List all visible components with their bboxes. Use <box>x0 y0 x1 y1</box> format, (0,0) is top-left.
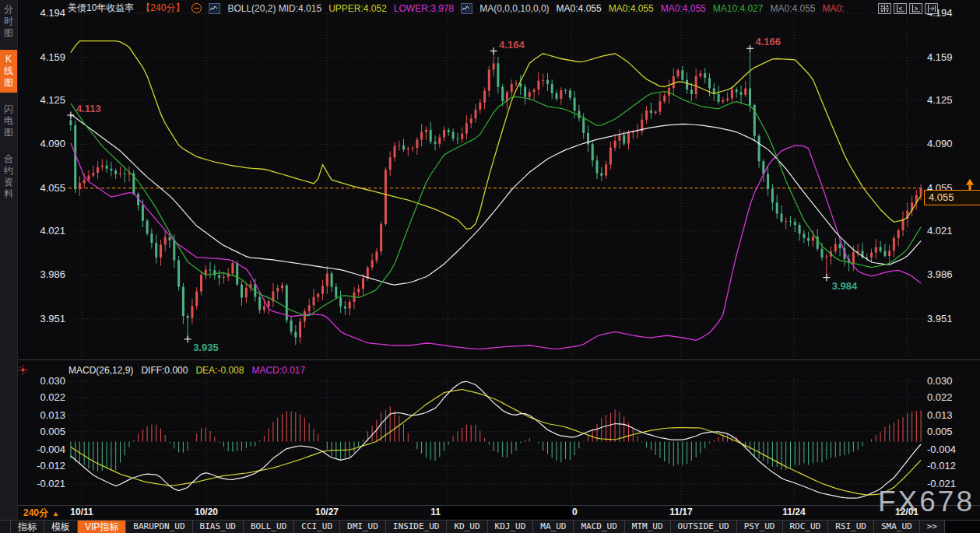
toolbar-item-rsiud[interactable]: RSI_UD <box>828 521 874 533</box>
boll-lower-value: LOWER:3.978 <box>394 3 454 14</box>
toolbar-item-barupdnud[interactable]: BARUPDN_UD <box>126 521 192 533</box>
macd-axis-label-right: -0.021 <box>927 478 974 489</box>
ma0-red-value: MA0: <box>823 3 845 14</box>
price-axis-label-left: 4.055 <box>22 182 65 194</box>
price-marker-label: 4.164 <box>499 39 525 51</box>
macd-axis-label-left: -0.004 <box>22 444 65 455</box>
date-label: 0 <box>572 507 578 517</box>
price-axis-label-left: 4.021 <box>22 225 65 237</box>
macd-macd-value: MACD:0.017 <box>251 365 305 376</box>
redaction-overlay <box>441 506 571 519</box>
date-label: 11 <box>430 507 441 517</box>
macd-axis-label-left: 0.022 <box>22 391 65 403</box>
price-axis-label-right: 4.090 <box>927 138 974 149</box>
macd-axis-label-left: -0.012 <box>22 460 65 472</box>
date-label: 10/20 <box>195 507 218 517</box>
ma0-magenta-value: MA0:4.055 <box>661 3 706 14</box>
toolbar-item->>[interactable]: >> <box>920 521 945 533</box>
price-marker-label: 3.935 <box>193 342 219 353</box>
ma10-value: MA10:4.027 <box>713 3 764 14</box>
date-label: 12/01 <box>895 507 919 517</box>
toolbar-item-rocud[interactable]: ROC_UD <box>783 521 829 533</box>
toolbar-item-cciud[interactable]: CCI_UD <box>294 521 340 533</box>
sidebar-item-contract-info[interactable]: 合约资料 <box>0 149 17 204</box>
toolbar-item-dmiud[interactable]: DMI_UD <box>340 521 386 533</box>
price-axis-label-right: 3.986 <box>927 268 974 280</box>
price-axis-label-right: 4.021 <box>927 225 974 237</box>
toolbar-spacer <box>0 521 11 533</box>
trading-terminal: 分时图K线图闪电图合约资料 美债10年收益率【240分】BOLL(20,2) M… <box>0 0 980 533</box>
toolbar-item-[interactable]: 模板 <box>44 521 78 533</box>
pan-right-icon[interactable] <box>925 3 938 14</box>
indicator-mini-chart-icon[interactable] <box>209 3 220 14</box>
toolbar-item-maud[interactable]: MA_UD <box>533 521 574 533</box>
macd-axis-label-left: 0.005 <box>22 426 65 437</box>
left-sidebar: 分时图K线图闪电图合约资料 <box>0 0 18 533</box>
price-marker-label: 4.166 <box>756 36 782 47</box>
macd-axis-label-right: -0.012 <box>927 460 974 472</box>
date-label: 11/17 <box>669 507 692 517</box>
date-label: 10/11 <box>70 507 93 517</box>
price-axis-label-left: 3.951 <box>22 313 65 324</box>
toolbar-item-kdud[interactable]: KD_UD <box>447 521 487 533</box>
timeframe-value: 240分 <box>23 507 48 518</box>
toolbar-item-bollud[interactable]: BOLL_UD <box>244 521 294 533</box>
date-label: 11/24 <box>782 507 805 517</box>
toolbar-item-biasud[interactable]: BIAS_UD <box>193 521 244 533</box>
macd-indicator-name: MACD(26,12,9) <box>68 365 133 376</box>
date-label: 10/27 <box>315 507 339 517</box>
macd-header: MACD(26,12,9) DIFF:0.000 DEA:-0.008 MACD… <box>68 365 305 376</box>
macd-dea-value: DEA:-0.008 <box>195 365 244 376</box>
toolbar-item-macdud[interactable]: MACD_UD <box>574 521 624 533</box>
ma0-yellow-value: MA0:4.055 <box>609 3 654 14</box>
boll-upper-value: UPPER:4.052 <box>328 3 387 14</box>
move-crosshair-icon[interactable] <box>878 3 891 14</box>
macd-axis-label-right: 0.013 <box>927 409 974 421</box>
macd-axis-label-left: -0.021 <box>22 478 65 489</box>
macd-diff-value: DIFF:0.000 <box>141 365 188 376</box>
macd-axis-label-right: 0.005 <box>927 426 974 437</box>
ma0-white-value: MA0:4.055 <box>557 3 602 14</box>
compress-right-icon[interactable] <box>909 3 922 14</box>
ma-params: MA(0,0,0,10,0,0) <box>479 3 549 14</box>
macd-axis-label-right: -0.004 <box>927 444 974 455</box>
toolbar-item-[interactable]: 指标 <box>11 521 44 533</box>
indicator-toolbar: 指标模板VIP指标BARUPDN_UDBIAS_UDBOLL_UDCCI_UDD… <box>0 520 980 533</box>
price-axis-label-left: 4.125 <box>22 94 65 106</box>
ma0-gray-value: MA0:4.055 <box>770 3 815 14</box>
toolbar-item-psyud[interactable]: PSY_UD <box>737 521 783 533</box>
toolbar-item-smaud[interactable]: SMA_UD <box>874 521 920 533</box>
toolbar-item-mtmud[interactable]: MTM_UD <box>625 521 671 533</box>
toolbar-item-insideud[interactable]: INSIDE_UD <box>386 521 448 533</box>
sidebar-item-time-chart[interactable]: 分时图 <box>0 0 17 43</box>
macd-axis-label-right: 0.022 <box>927 391 974 403</box>
chevron-up-icon: ▲ <box>52 510 59 517</box>
macd-axis-label-left: 0.030 <box>22 375 65 387</box>
indicator-mini-chart-icon[interactable] <box>461 3 472 14</box>
toolbar-item-vip[interactable]: VIP指标 <box>78 521 126 533</box>
current-price-tag: 4.055 <box>924 190 980 205</box>
macd-axis-label-right: 0.030 <box>927 375 974 387</box>
price-marker-label: 3.984 <box>832 280 858 292</box>
price-axis-label-left: 4.090 <box>22 138 65 149</box>
timeframe-label: 【240分】 <box>141 2 184 15</box>
price-axis-label-right: 4.159 <box>927 51 974 63</box>
price-marker-label: 4.113 <box>76 103 101 114</box>
collapse-minus-circle-icon[interactable] <box>191 3 202 13</box>
toolbar-item-outsideud[interactable]: OUTSIDE_UD <box>671 521 737 533</box>
sidebar-item-kline-chart[interactable]: K线图 <box>0 50 17 93</box>
timeframe-selector[interactable]: 240分▲ <box>23 507 59 520</box>
price-axis-label-left: 4.194 <box>22 7 65 19</box>
symbol-title: 美债10年收益率 <box>68 2 134 15</box>
indicator-settings-icon[interactable] <box>18 364 28 378</box>
boll-mid-value: BOLL(20,2) MID:4.015 <box>227 3 321 14</box>
macd-axis-label-left: 0.013 <box>22 409 65 421</box>
compress-left-icon[interactable] <box>894 3 907 14</box>
sidebar-item-flash-chart[interactable]: 闪电图 <box>0 100 17 142</box>
price-axis-label-right: 4.125 <box>927 94 974 106</box>
price-axis-label-left: 3.986 <box>22 268 65 280</box>
chart-window-controls <box>878 3 938 14</box>
chart-header: 美债10年收益率【240分】BOLL(20,2) MID:4.015UPPER:… <box>68 2 845 14</box>
toolbar-item-kdjud[interactable]: KDJ_UD <box>488 521 534 533</box>
chart-canvas[interactable] <box>0 0 980 533</box>
